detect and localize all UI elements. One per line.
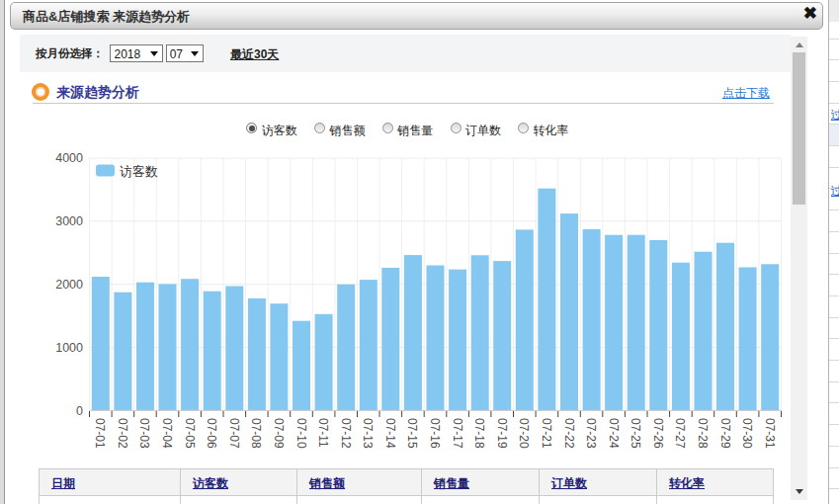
- svg-text:07-12: 07-12: [339, 418, 353, 449]
- svg-text:07-07: 07-07: [227, 418, 241, 449]
- svg-text:1000: 1000: [55, 341, 83, 355]
- svg-text:07-31: 07-31: [763, 418, 777, 449]
- svg-text:07-14: 07-14: [383, 418, 397, 449]
- svg-text:07-28: 07-28: [696, 418, 710, 449]
- svg-text:07-02: 07-02: [116, 418, 129, 449]
- svg-text:07-30: 07-30: [740, 418, 754, 449]
- svg-text:3000: 3000: [55, 214, 83, 228]
- svg-text:07-16: 07-16: [428, 418, 442, 449]
- svg-text:07-13: 07-13: [361, 418, 375, 449]
- svg-text:4000: 4000: [55, 151, 83, 165]
- svg-text:07-10: 07-10: [294, 418, 308, 449]
- svg-text:07-09: 07-09: [272, 418, 286, 449]
- svg-text:07-03: 07-03: [137, 418, 151, 449]
- svg-text:07-06: 07-06: [205, 418, 218, 449]
- svg-text:07-08: 07-08: [249, 418, 263, 449]
- svg-text:07-15: 07-15: [405, 418, 419, 449]
- svg-text:07-21: 07-21: [540, 418, 553, 449]
- svg-text:07-26: 07-26: [651, 418, 665, 449]
- svg-text:07-18: 07-18: [472, 418, 486, 449]
- svg-text:07-20: 07-20: [517, 418, 531, 449]
- svg-text:07-17: 07-17: [451, 418, 464, 449]
- svg-text:访客数: 访客数: [120, 164, 158, 179]
- svg-text:07-24: 07-24: [607, 418, 621, 449]
- svg-text:07-25: 07-25: [629, 418, 642, 449]
- svg-text:0: 0: [76, 404, 83, 418]
- svg-text:07-23: 07-23: [584, 418, 598, 449]
- svg-text:07-22: 07-22: [562, 418, 576, 449]
- svg-text:07-04: 07-04: [160, 418, 174, 449]
- svg-text:07-19: 07-19: [495, 418, 509, 449]
- svg-text:07-11: 07-11: [316, 418, 330, 448]
- svg-text:07-27: 07-27: [673, 418, 687, 449]
- svg-text:2000: 2000: [55, 278, 83, 292]
- svg-text:07-05: 07-05: [183, 418, 197, 449]
- svg-text:07-29: 07-29: [718, 418, 732, 449]
- svg-text:07-01: 07-01: [93, 418, 107, 449]
